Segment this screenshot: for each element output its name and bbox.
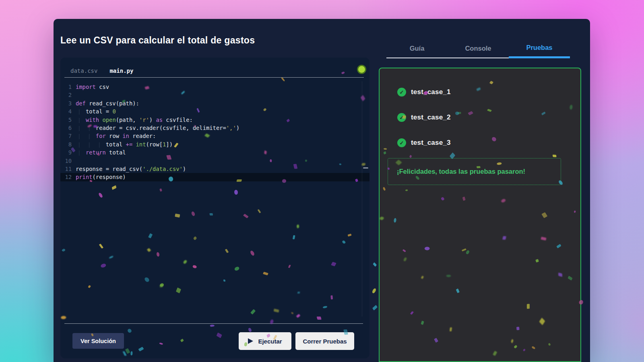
code-line-8[interactable]: 8 total += int(row[1]) <box>60 140 369 148</box>
tab-pruebas[interactable]: Pruebas <box>509 39 570 58</box>
line-number: 8 <box>60 140 76 148</box>
line-number: 9 <box>60 148 76 156</box>
editor-tab-data-csv[interactable]: data.csv <box>70 68 97 74</box>
line-number: 12 <box>60 173 76 181</box>
check-icon: ✓ <box>397 88 406 97</box>
line-number: 11 <box>60 165 76 173</box>
editor-scrollbar-thumb[interactable] <box>363 167 368 169</box>
line-number: 5 <box>60 116 76 124</box>
code-line-7[interactable]: 7 for row in reader: <box>60 132 369 140</box>
test-row-2[interactable]: ✓test_case_2 <box>397 113 580 122</box>
right-tab-bar: Guía Console Pruebas <box>386 39 570 58</box>
code-line-11[interactable]: 11response = read_csv('./data.csv') <box>60 165 369 173</box>
tab-guia[interactable]: Guía <box>386 39 448 58</box>
run-tests-button[interactable]: Correr Pruebas <box>295 332 354 350</box>
editor-scrollbar-track[interactable] <box>362 81 362 317</box>
line-number: 10 <box>60 157 76 165</box>
line-number: 1 <box>60 83 76 91</box>
code-editor[interactable]: 1import csv23def read_csv(path):4 total … <box>60 78 369 320</box>
code-line-1[interactable]: 1import csv <box>60 83 369 91</box>
app-panel: Lee un CSV para calcular el total de gas… <box>54 19 590 362</box>
page-background: Lee un CSV para calcular el total de gas… <box>0 0 644 362</box>
code-line-9[interactable]: 9 return total <box>60 148 369 156</box>
check-icon: ✓ <box>397 138 406 147</box>
test-row-1[interactable]: ✓test_case_1 <box>397 87 580 97</box>
run-button-label: Ejecutar <box>258 338 282 345</box>
line-number: 7 <box>60 132 76 140</box>
test-label: test_case_1 <box>411 88 451 96</box>
code-line-3[interactable]: 3def read_csv(path): <box>60 99 369 107</box>
check-icon: ✓ <box>397 113 406 122</box>
congrats-box: ¡Felicidades, todas las pruebas pasaron! <box>388 158 561 185</box>
status-dot-icon <box>357 65 366 74</box>
code-editor-card: data.csv main.py 1import csv23def read_c… <box>60 58 369 358</box>
code-line-10[interactable]: 10 <box>60 157 369 165</box>
play-icon <box>248 338 253 344</box>
code-line-12[interactable]: 12print(response) <box>60 173 369 181</box>
tab-console[interactable]: Console <box>448 39 509 58</box>
line-number: 6 <box>60 124 76 132</box>
test-row-3[interactable]: ✓test_case_3 <box>397 138 580 148</box>
page-title: Lee un CSV para calcular el total de gas… <box>60 35 255 46</box>
editor-footer-divider <box>64 323 363 324</box>
line-number: 2 <box>60 91 76 99</box>
code-line-6[interactable]: 6 reader = csv.reader(csvfile, delimiter… <box>60 124 369 132</box>
code-line-5[interactable]: 5 with open(path, 'r') as csvfile: <box>60 116 369 124</box>
tests-panel: ✓test_case_1✓test_case_2✓test_case_3 ¡Fe… <box>379 68 581 362</box>
test-label: test_case_3 <box>411 139 451 147</box>
run-button[interactable]: Ejecutar <box>239 332 291 350</box>
tests-list: ✓test_case_1✓test_case_2✓test_case_3 <box>380 68 580 148</box>
view-solution-button[interactable]: Ver Solución <box>72 333 124 349</box>
editor-tab-bar: data.csv main.py <box>60 58 369 78</box>
code-line-2[interactable]: 2 <box>60 91 369 99</box>
line-number: 3 <box>60 99 76 107</box>
run-tests-button-label: Correr Pruebas <box>303 338 347 345</box>
editor-tab-main-py[interactable]: main.py <box>109 68 133 74</box>
line-number: 4 <box>60 107 76 115</box>
code-lines: 1import csv23def read_csv(path):4 total … <box>60 83 369 181</box>
congrats-message: ¡Felicidades, todas las pruebas pasaron! <box>397 168 525 175</box>
test-label: test_case_2 <box>411 113 451 121</box>
code-line-4[interactable]: 4 total = 0 <box>60 107 369 115</box>
